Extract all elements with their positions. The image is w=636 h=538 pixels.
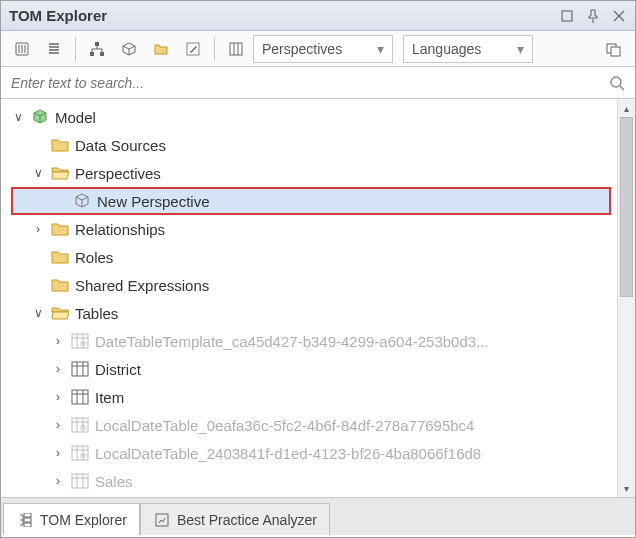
toolbar-separator: [214, 37, 215, 61]
table-fx-icon: fx: [71, 332, 89, 350]
chevron-down-icon: ▾: [377, 41, 384, 57]
chevron-right-icon[interactable]: ›: [51, 474, 65, 488]
tree-node-new-perspective[interactable]: › New Perspective: [11, 187, 611, 215]
tree-node-perspectives[interactable]: ∨ Perspectives: [11, 159, 631, 187]
tree-node-table[interactable]: › fx LocalDateTable_2403841f-d1ed-4123-b…: [11, 439, 631, 467]
languages-label: Languages: [412, 41, 481, 57]
folder-open-icon: [51, 164, 69, 182]
tree-node-tables[interactable]: ∨ Tables: [11, 299, 631, 327]
svg-text:fx: fx: [80, 423, 87, 432]
tree-label: Item: [95, 389, 124, 406]
languages-dropdown[interactable]: Languages ▾: [403, 35, 533, 63]
tree-node-table[interactable]: › fx DateTableTemplate_ca45d427-b349-429…: [11, 327, 631, 355]
pin-icon[interactable]: [585, 8, 601, 24]
folder-icon: [51, 136, 69, 154]
chevron-right-icon[interactable]: ›: [51, 334, 65, 348]
tab-bar: TOM Explorer Best Practice Analyzer: [1, 497, 635, 535]
tree-label: LocalDateTable_0eafa36c-5fc2-4b6f-84df-2…: [95, 417, 474, 434]
tree-node-table[interactable]: › Item: [11, 383, 631, 411]
close-icon[interactable]: [611, 8, 627, 24]
folder-icon: [51, 220, 69, 238]
svg-rect-4: [100, 52, 104, 56]
chevron-down-icon[interactable]: ∨: [11, 110, 25, 124]
cube-icon: [31, 108, 49, 126]
table-icon: [71, 360, 89, 378]
svg-rect-18: [72, 474, 88, 488]
svg-rect-13: [72, 390, 88, 404]
table-fx-icon: fx: [71, 444, 89, 462]
tab-best-practice[interactable]: Best Practice Analyzer: [140, 503, 330, 535]
tree-node-relationships[interactable]: › Relationships: [11, 215, 631, 243]
tree-node-roles[interactable]: › Roles: [11, 243, 631, 271]
toolbar-btn-2[interactable]: [39, 35, 69, 63]
window-position-icon[interactable]: [559, 8, 575, 24]
tree-node-table[interactable]: › Sales: [11, 467, 631, 495]
tree-label: Perspectives: [75, 165, 161, 182]
tree-label: District: [95, 361, 141, 378]
tree-label: Model: [55, 109, 96, 126]
chevron-right-icon[interactable]: ›: [51, 446, 65, 460]
toolbar-btn-1[interactable]: [7, 35, 37, 63]
tree-label: Sales: [95, 473, 133, 490]
toolbar-overflow-icon[interactable]: [599, 35, 629, 63]
search-input[interactable]: [11, 75, 609, 91]
svg-text:fx: fx: [80, 451, 87, 460]
tree-label: Roles: [75, 249, 113, 266]
toolbar-edit-icon[interactable]: [178, 35, 208, 63]
tree-node-shared-expr[interactable]: › Shared Expressions: [11, 271, 631, 299]
toolbar-separator: [75, 37, 76, 61]
analyzer-icon: [153, 511, 171, 529]
scroll-down-icon[interactable]: ▾: [618, 479, 635, 497]
svg-rect-2: [95, 42, 99, 46]
folder-icon: [51, 248, 69, 266]
panel-title: TOM Explorer: [9, 7, 107, 24]
tree-label: Relationships: [75, 221, 165, 238]
chevron-right-icon[interactable]: ›: [31, 222, 45, 236]
toolbar-columns-icon[interactable]: [221, 35, 251, 63]
table-icon: [71, 388, 89, 406]
tree-label: DateTableTemplate_ca45d427-b349-4299-a60…: [95, 333, 489, 350]
chevron-down-icon[interactable]: ∨: [31, 166, 45, 180]
tree-node-table[interactable]: › District: [11, 355, 631, 383]
scrollbar[interactable]: ▴ ▾: [617, 99, 635, 497]
tab-label: Best Practice Analyzer: [177, 512, 317, 528]
tree-label: LocalDateTable_2403841f-d1ed-4123-bf26-4…: [95, 445, 481, 462]
svg-point-9: [611, 77, 621, 87]
search-bar: [1, 67, 635, 99]
scroll-thumb[interactable]: [620, 117, 633, 297]
tree-label: New Perspective: [97, 193, 210, 210]
title-bar: TOM Explorer: [1, 1, 635, 31]
svg-rect-0: [562, 11, 572, 21]
perspectives-label: Perspectives: [262, 41, 342, 57]
table-fx-icon: fx: [71, 416, 89, 434]
tree-view[interactable]: ∨ Model › Data Sources ∨ Perspectives › …: [1, 99, 635, 497]
tree-label: Shared Expressions: [75, 277, 209, 294]
svg-rect-6: [230, 43, 242, 55]
chevron-right-icon[interactable]: ›: [51, 362, 65, 376]
tab-tom-explorer[interactable]: TOM Explorer: [3, 503, 140, 535]
chevron-right-icon[interactable]: ›: [51, 418, 65, 432]
tree-node-model[interactable]: ∨ Model: [11, 103, 631, 131]
svg-rect-12: [72, 362, 88, 376]
tree-node-table[interactable]: › fx LocalDateTable_0eafa36c-5fc2-4b6f-8…: [11, 411, 631, 439]
folder-icon: [51, 276, 69, 294]
svg-rect-3: [90, 52, 94, 56]
table-icon: [71, 472, 89, 490]
title-controls: [559, 8, 627, 24]
chevron-down-icon[interactable]: ∨: [31, 306, 45, 320]
toolbar-hierarchy-icon[interactable]: [82, 35, 112, 63]
perspectives-dropdown[interactable]: Perspectives ▾: [253, 35, 393, 63]
toolbar: Perspectives ▾ Languages ▾: [1, 31, 635, 67]
search-icon[interactable]: [609, 75, 625, 91]
tree-label: Data Sources: [75, 137, 166, 154]
tree-node-datasources[interactable]: › Data Sources: [11, 131, 631, 159]
toolbar-cube-icon[interactable]: [114, 35, 144, 63]
chevron-right-icon[interactable]: ›: [51, 390, 65, 404]
scroll-up-icon[interactable]: ▴: [618, 99, 635, 117]
tree-icon: [16, 511, 34, 529]
folder-open-icon: [51, 304, 69, 322]
svg-rect-20: [24, 518, 31, 522]
svg-rect-8: [611, 47, 620, 56]
toolbar-folder-icon[interactable]: [146, 35, 176, 63]
tree-label: Tables: [75, 305, 118, 322]
